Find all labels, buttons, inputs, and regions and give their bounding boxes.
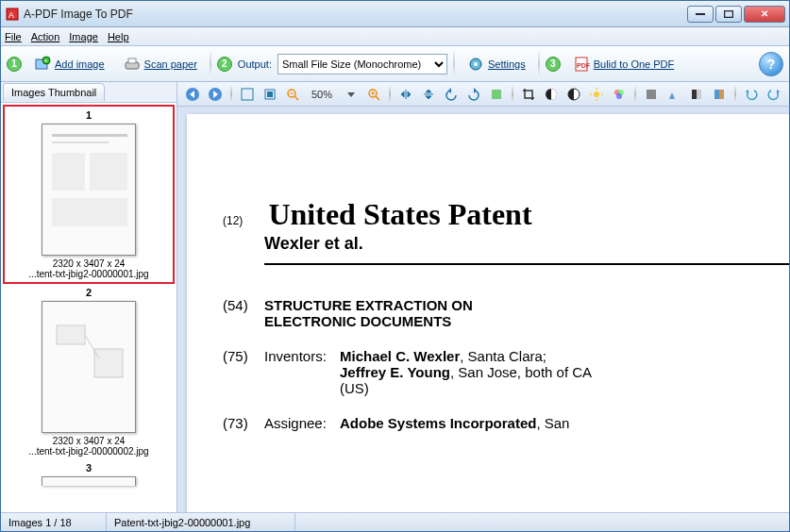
sidebar-tab[interactable]: Images Thumbnail bbox=[1, 82, 176, 103]
menu-file[interactable]: File bbox=[5, 31, 22, 42]
scan-paper-button[interactable]: Scan paper bbox=[117, 52, 204, 76]
doc-section-54: (54) STRUCTURE EXTRACTION ON ELECTRONIC … bbox=[223, 297, 789, 329]
svg-line-30 bbox=[376, 96, 379, 100]
step2-badge: 2 bbox=[217, 57, 232, 72]
thumbnail-item-1[interactable]: 1 2320 x 3407 x 24 ...tent-txt-jbig2-000… bbox=[3, 105, 175, 284]
thumb-preview bbox=[42, 476, 136, 486]
svg-point-43 bbox=[616, 93, 622, 99]
zoom-dropdown-button[interactable] bbox=[342, 85, 361, 104]
help-button[interactable]: ? bbox=[759, 52, 783, 76]
svg-point-36 bbox=[594, 91, 599, 97]
svg-rect-47 bbox=[714, 90, 719, 99]
zoom-fit-button[interactable] bbox=[261, 85, 279, 104]
output-select[interactable]: Small File Size (Monochrome) bbox=[277, 54, 447, 75]
thumb-preview bbox=[42, 301, 136, 433]
zoom-out-button[interactable] bbox=[283, 85, 302, 104]
add-image-label: Add image bbox=[55, 58, 105, 70]
separator bbox=[634, 86, 636, 103]
title-bar: A A-PDF Image To PDF ✕ bbox=[1, 1, 789, 27]
svg-rect-45 bbox=[692, 90, 697, 99]
pdf-icon: PDF bbox=[573, 56, 590, 73]
svg-rect-8 bbox=[128, 58, 136, 63]
thumbnail-sidebar: Images Thumbnail 1 2320 x 3407 x 24 ...t… bbox=[1, 82, 177, 512]
close-button[interactable]: ✕ bbox=[744, 6, 785, 23]
svg-rect-25 bbox=[267, 91, 273, 97]
zoom-level: 50% bbox=[306, 89, 338, 100]
separator bbox=[734, 86, 736, 103]
window-title: A-PDF Image To PDF bbox=[24, 8, 687, 21]
menu-help[interactable]: Help bbox=[108, 31, 129, 42]
svg-rect-14 bbox=[52, 141, 109, 143]
step1-badge: 1 bbox=[7, 57, 22, 72]
menu-image[interactable]: Image bbox=[69, 31, 98, 42]
svg-line-27 bbox=[294, 96, 298, 100]
svg-rect-3 bbox=[725, 10, 733, 17]
maximize-button[interactable] bbox=[715, 6, 742, 23]
undo-button[interactable] bbox=[742, 85, 761, 104]
thumb-dimensions: 2320 x 3407 x 24 bbox=[5, 436, 173, 446]
rotate-left-button[interactable] bbox=[442, 85, 461, 104]
flip-v-button[interactable] bbox=[419, 85, 438, 104]
crop-button[interactable] bbox=[519, 85, 538, 104]
scan-paper-label: Scan paper bbox=[144, 58, 197, 70]
threshold-button[interactable] bbox=[664, 85, 683, 104]
next-page-button[interactable] bbox=[206, 85, 225, 104]
build-pdf-label: Bulid to One PDF bbox=[594, 58, 675, 70]
thumbnail-list[interactable]: 1 2320 x 3407 x 24 ...tent-txt-jbig2-000… bbox=[1, 103, 176, 512]
svg-rect-46 bbox=[697, 90, 701, 99]
color-button[interactable] bbox=[610, 85, 629, 104]
preview-viewport[interactable]: (12) United States Patent Wexler et al. … bbox=[177, 107, 789, 512]
svg-rect-15 bbox=[52, 153, 85, 191]
svg-text:A: A bbox=[8, 10, 14, 20]
settings-label: Settings bbox=[488, 58, 526, 70]
status-filename: Patent-txt-jbig2-00000001.jpg bbox=[107, 513, 295, 531]
status-empty bbox=[295, 513, 789, 531]
doc-divider bbox=[264, 263, 789, 265]
app-icon: A bbox=[5, 7, 20, 22]
gear-icon bbox=[467, 56, 484, 73]
redo-button[interactable] bbox=[765, 85, 783, 104]
build-pdf-button[interactable]: PDF Bulid to One PDF bbox=[566, 52, 681, 76]
prev-page-button[interactable] bbox=[183, 85, 202, 104]
doc-section-75: (75) Inventors: Michael C. Wexler, Santa… bbox=[223, 348, 789, 396]
svg-rect-33 bbox=[492, 90, 501, 99]
grayscale-button[interactable] bbox=[642, 85, 661, 104]
minimize-button[interactable] bbox=[687, 6, 714, 23]
settings-button[interactable]: Settings bbox=[461, 52, 532, 76]
thumbnail-item-2[interactable]: 2 2320 x 3407 x 24 ...tent-txt-jbig2-000… bbox=[3, 284, 175, 459]
doc-section-73: (73) Assignee: Adobe Systems Incorporate… bbox=[223, 415, 789, 431]
add-image-button[interactable]: + Add image bbox=[27, 52, 111, 76]
separator bbox=[230, 86, 232, 103]
brightness-button[interactable] bbox=[587, 85, 606, 104]
svg-rect-2 bbox=[696, 13, 705, 15]
thumb-dimensions: 2320 x 3407 x 24 bbox=[7, 258, 171, 269]
bw-button[interactable] bbox=[687, 85, 706, 104]
thumb-filename: ...tent-txt-jbig2-00000002.jpg bbox=[5, 446, 173, 457]
invert-button[interactable] bbox=[564, 85, 583, 104]
zoom-in-button[interactable] bbox=[364, 85, 383, 104]
document-page: (12) United States Patent Wexler et al. … bbox=[187, 114, 789, 512]
thumbnail-item-3[interactable]: 3 bbox=[3, 459, 175, 491]
svg-rect-18 bbox=[57, 325, 85, 344]
separator bbox=[512, 86, 513, 103]
preview-panel: 50% bbox=[177, 82, 789, 512]
svg-text:PDF: PDF bbox=[577, 62, 590, 69]
svg-line-20 bbox=[85, 335, 99, 358]
separator bbox=[453, 51, 455, 77]
preview-toolbar: 50% bbox=[177, 82, 789, 107]
scanner-icon bbox=[124, 56, 141, 73]
zoom-actual-button[interactable] bbox=[238, 85, 257, 104]
svg-rect-48 bbox=[719, 90, 724, 99]
separator bbox=[389, 86, 391, 103]
effects-button[interactable] bbox=[487, 85, 506, 104]
step3-badge: 3 bbox=[546, 57, 561, 72]
contrast-button[interactable] bbox=[542, 85, 561, 104]
menu-action[interactable]: Action bbox=[31, 31, 60, 42]
levels-button[interactable] bbox=[710, 85, 729, 104]
svg-rect-44 bbox=[647, 90, 656, 99]
flip-h-button[interactable] bbox=[396, 85, 415, 104]
rotate-right-button[interactable] bbox=[464, 85, 483, 104]
output-label: Output: bbox=[238, 58, 272, 70]
main-toolbar: 1 + Add image Scan paper 2 Output: Small… bbox=[1, 46, 789, 82]
thumb-page-number: 2 bbox=[5, 287, 173, 298]
